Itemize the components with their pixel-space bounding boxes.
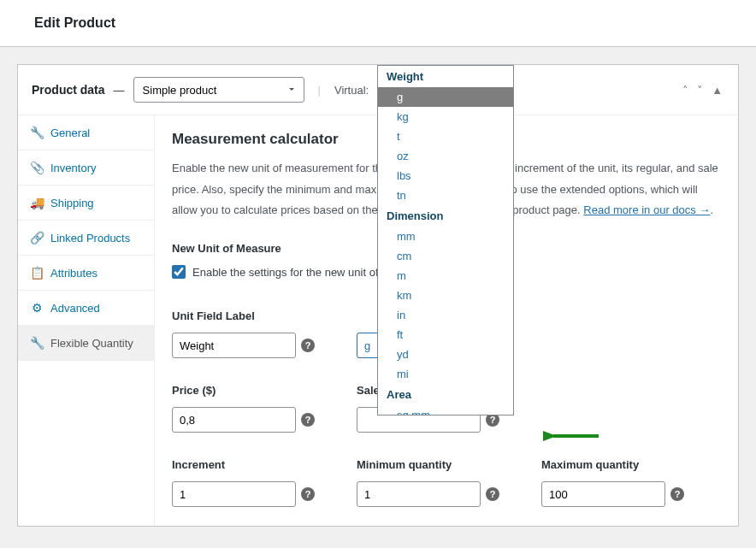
product-data-panel: Product data — Simple product | Virtual:… xyxy=(17,64,739,527)
move-down-icon[interactable]: ˅ xyxy=(695,82,705,98)
dropdown-option[interactable]: g xyxy=(378,87,513,107)
price-input[interactable] xyxy=(172,407,296,433)
link-icon: 🔗 xyxy=(30,231,44,245)
min-qty-label: Minimum quantity xyxy=(357,458,536,471)
tab-flexible-quantity[interactable]: 🔧Flexible Quantity xyxy=(18,326,154,361)
tab-general[interactable]: 🔧General xyxy=(18,115,154,150)
dropdown-option[interactable]: km xyxy=(378,286,513,305)
min-qty-input[interactable] xyxy=(357,481,481,507)
dropdown-option[interactable]: m xyxy=(378,266,513,286)
unit-label-input[interactable] xyxy=(172,333,296,358)
clipboard-icon: 📋 xyxy=(30,266,44,280)
gear-icon: ⚙ xyxy=(30,301,44,315)
max-qty-label: Maximum quantity xyxy=(541,458,721,471)
max-qty-input[interactable] xyxy=(541,481,665,507)
dropdown-option[interactable]: mi xyxy=(378,364,513,384)
wrench-icon: 🔧 xyxy=(30,126,44,139)
increment-input[interactable] xyxy=(172,481,296,507)
dash: — xyxy=(114,84,125,97)
dropdown-option[interactable]: oz xyxy=(378,146,513,166)
help-icon[interactable]: ? xyxy=(670,487,684,501)
increment-label: Increment xyxy=(172,458,351,471)
product-type-select[interactable]: Simple product xyxy=(133,77,304,103)
dropdown-option[interactable]: mm xyxy=(378,227,513,246)
help-icon[interactable]: ? xyxy=(486,487,499,501)
page-title: Edit Product xyxy=(34,15,722,31)
page-header: Edit Product xyxy=(0,0,756,47)
tab-advanced[interactable]: ⚙Advanced xyxy=(18,291,154,326)
virtual-label: Virtual: xyxy=(334,84,369,97)
dropdown-option[interactable]: kg xyxy=(378,107,513,127)
tab-linked-products[interactable]: 🔗Linked Products xyxy=(18,221,154,256)
tab-inventory[interactable]: 📎Inventory xyxy=(18,150,154,186)
help-icon[interactable]: ? xyxy=(301,487,315,501)
product-data-label: Product data xyxy=(32,83,105,97)
help-icon[interactable]: ? xyxy=(301,339,315,352)
price-label: Price ($) xyxy=(172,384,351,397)
dropdown-option[interactable]: tn xyxy=(378,186,513,205)
enable-checkbox[interactable] xyxy=(172,265,186,279)
unit-dropdown-popup[interactable]: WeightgkgtozlbstnDimensionmmcmmkminftydm… xyxy=(377,65,514,415)
clip-icon: 📎 xyxy=(30,161,44,174)
move-up-icon[interactable]: ˄ xyxy=(681,82,690,98)
help-icon[interactable]: ? xyxy=(301,413,315,427)
dropdown-option[interactable]: in xyxy=(378,305,513,325)
dropdown-group-header: Area xyxy=(378,384,513,405)
side-tabs: 🔧General 📎Inventory 🚚Shipping 🔗Linked Pr… xyxy=(18,115,155,526)
dropdown-group-header: Weight xyxy=(378,66,513,87)
wrench-icon: 🔧 xyxy=(30,336,44,350)
dropdown-option[interactable]: sq mm xyxy=(378,405,513,415)
collapse-icon[interactable]: ▲ xyxy=(710,82,724,98)
tab-attributes[interactable]: 📋Attributes xyxy=(18,256,154,291)
dropdown-option[interactable]: ft xyxy=(378,325,513,345)
tab-shipping[interactable]: 🚚Shipping xyxy=(18,186,154,221)
truck-icon: 🚚 xyxy=(30,196,44,209)
docs-link[interactable]: Read more in our docs → xyxy=(583,203,710,216)
dropdown-option[interactable]: lbs xyxy=(378,166,513,186)
panel-controls: ˄ ˅ ▲ xyxy=(681,82,724,98)
dropdown-option[interactable]: t xyxy=(378,127,513,146)
unit-field-label: Unit Field Label xyxy=(172,309,351,322)
separator: | xyxy=(318,84,321,97)
dropdown-option[interactable]: yd xyxy=(378,345,513,364)
dropdown-group-header: Dimension xyxy=(378,205,513,227)
dropdown-option[interactable]: cm xyxy=(378,246,513,266)
